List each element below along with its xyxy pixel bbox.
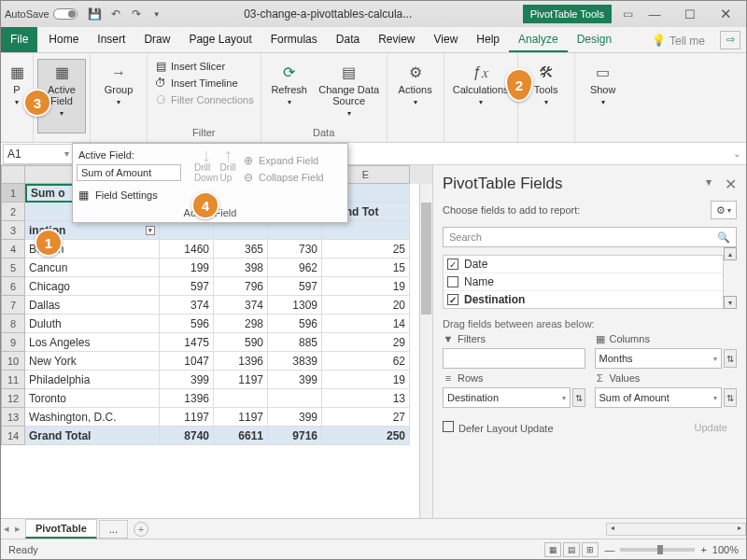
- table-cell[interactable]: 19: [322, 277, 410, 296]
- checkbox-icon[interactable]: [447, 294, 458, 305]
- table-cell[interactable]: 13: [322, 389, 410, 408]
- table-cell[interactable]: 14: [322, 315, 410, 333]
- fields-scrollbar[interactable]: ▴▾: [724, 247, 737, 309]
- table-cell[interactable]: 3839: [268, 352, 322, 371]
- table-cell[interactable]: 1475: [160, 333, 214, 352]
- table-cell[interactable]: 596: [268, 315, 322, 333]
- defer-layout-checkbox[interactable]: Defer Layout Update: [443, 421, 554, 434]
- close-button[interactable]: ✕: [709, 4, 742, 24]
- table-cell[interactable]: 399: [268, 408, 322, 427]
- view-normal-button[interactable]: ▦: [544, 542, 561, 557]
- table-cell[interactable]: 298: [214, 315, 268, 333]
- qat-dropdown-icon[interactable]: ▼: [149, 7, 164, 21]
- prev-sheet-button[interactable]: ◂: [1, 523, 12, 535]
- fields-search-input[interactable]: Search🔍: [443, 227, 737, 247]
- expand-formula-icon[interactable]: ⌄: [733, 148, 740, 159]
- tab-insert[interactable]: Insert: [88, 27, 134, 52]
- table-row-label[interactable]: Los Angeles: [25, 333, 160, 352]
- area-scroll-btn[interactable]: ⇅: [724, 388, 737, 407]
- cell[interactable]: [268, 221, 322, 240]
- rows-field-chip[interactable]: Destination▾: [443, 387, 571, 408]
- table-cell[interactable]: 399: [160, 371, 214, 389]
- row-header[interactable]: 6: [1, 277, 25, 296]
- cell[interactable]: [214, 221, 268, 240]
- table-cell[interactable]: 597: [268, 277, 322, 296]
- zoom-out-button[interactable]: —: [604, 544, 614, 555]
- zoom-level[interactable]: 100%: [712, 544, 739, 555]
- table-cell[interactable]: 399: [268, 371, 322, 389]
- checkbox-icon[interactable]: [447, 259, 458, 270]
- table-row-label[interactable]: Toronto: [25, 389, 160, 408]
- table-row-label[interactable]: Cancun: [25, 259, 160, 277]
- group-button[interactable]: →Group▾: [94, 59, 143, 113]
- table-cell[interactable]: 1396: [214, 352, 268, 371]
- grand-total-label[interactable]: Grand Total: [25, 427, 160, 445]
- scrollbar-thumb[interactable]: [421, 203, 431, 315]
- autosave-toggle[interactable]: AutoSave: [5, 8, 78, 20]
- row-header[interactable]: 1: [1, 184, 25, 203]
- insert-timeline-button[interactable]: ⏱Insert Timeline: [151, 76, 257, 91]
- cell[interactable]: [322, 221, 410, 240]
- table-cell[interactable]: 962: [268, 259, 322, 277]
- fields-layout-button[interactable]: ⚙▾: [711, 201, 737, 219]
- view-page-break-button[interactable]: ⊞: [582, 542, 599, 557]
- undo-icon[interactable]: ↶: [108, 7, 123, 21]
- area-scroll-btn[interactable]: ⇅: [724, 349, 737, 368]
- row-header[interactable]: 3: [1, 221, 25, 240]
- tell-me-icon[interactable]: 💡: [652, 33, 667, 48]
- tab-home[interactable]: Home: [39, 27, 88, 52]
- share-button[interactable]: ⇨: [720, 31, 740, 49]
- tab-formulas[interactable]: Formulas: [261, 27, 327, 52]
- pane-options-icon[interactable]: ▾: [706, 175, 712, 193]
- table-cell[interactable]: 15: [322, 259, 410, 277]
- total-cell[interactable]: 250: [322, 427, 410, 445]
- table-cell[interactable]: 597: [160, 277, 214, 296]
- table-cell[interactable]: 374: [214, 296, 268, 315]
- field-item-destination[interactable]: Destination: [444, 291, 723, 308]
- table-cell[interactable]: 885: [268, 333, 322, 352]
- tell-me[interactable]: Tell me: [669, 29, 714, 51]
- row-header[interactable]: 9: [1, 333, 25, 352]
- table-row-label[interactable]: Duluth: [25, 315, 160, 333]
- table-cell[interactable]: 1197: [160, 408, 214, 427]
- row-header[interactable]: 7: [1, 296, 25, 315]
- table-cell[interactable]: 596: [160, 315, 214, 333]
- row-header[interactable]: 8: [1, 315, 25, 333]
- row-header[interactable]: 2: [1, 203, 25, 221]
- tab-page-layout[interactable]: Page Layout: [179, 27, 261, 52]
- values-field-chip[interactable]: Sum of Amount▾: [595, 387, 723, 408]
- name-box[interactable]: A1▾: [3, 144, 74, 164]
- row-header[interactable]: 10: [1, 352, 25, 371]
- select-all-corner[interactable]: [1, 165, 25, 184]
- maximize-button[interactable]: ☐: [673, 4, 707, 24]
- table-cell[interactable]: 62: [322, 352, 410, 371]
- table-cell[interactable]: 1309: [268, 296, 322, 315]
- row-header[interactable]: 4: [1, 240, 25, 259]
- ribbon-options-icon[interactable]: ▭: [620, 7, 635, 21]
- table-cell[interactable]: 590: [214, 333, 268, 352]
- view-page-layout-button[interactable]: ▤: [563, 542, 580, 557]
- checkbox-icon[interactable]: [447, 276, 458, 287]
- filters-drop-zone[interactable]: [443, 348, 585, 369]
- zoom-slider[interactable]: [620, 548, 695, 552]
- total-cell[interactable]: 6611: [214, 427, 268, 445]
- table-cell[interactable]: 27: [322, 408, 410, 427]
- table-cell[interactable]: [268, 389, 322, 408]
- table-cell[interactable]: 365: [214, 240, 268, 259]
- change-data-source-button[interactable]: ▤Change Data Source▾: [316, 59, 383, 124]
- tab-view[interactable]: View: [425, 27, 468, 52]
- close-pane-button[interactable]: ✕: [725, 175, 737, 193]
- area-scroll-btn[interactable]: ⇅: [572, 388, 585, 407]
- total-cell[interactable]: 9716: [268, 427, 322, 445]
- table-cell[interactable]: 19: [322, 371, 410, 389]
- field-item-name[interactable]: Name: [444, 273, 723, 291]
- tab-draw[interactable]: Draw: [134, 27, 179, 52]
- table-row-label[interactable]: Philadelphia: [25, 371, 160, 389]
- redo-icon[interactable]: ↷: [129, 7, 144, 21]
- vertical-scrollbar[interactable]: [419, 184, 432, 518]
- table-row-label[interactable]: Washington, D.C.: [25, 408, 160, 427]
- next-sheet-button[interactable]: ▸: [12, 523, 23, 535]
- actions-button[interactable]: ⚙Actions▾: [391, 59, 440, 113]
- tab-review[interactable]: Review: [369, 27, 424, 52]
- table-cell[interactable]: 1460: [160, 240, 214, 259]
